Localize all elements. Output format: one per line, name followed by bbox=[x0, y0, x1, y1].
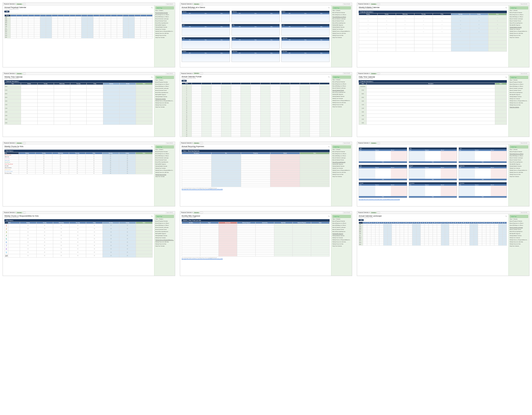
cell[interactable] bbox=[241, 112, 251, 114]
cell[interactable] bbox=[300, 160, 330, 162]
cell[interactable] bbox=[420, 235, 425, 237]
cell[interactable] bbox=[28, 37, 34, 38]
cell[interactable] bbox=[22, 35, 28, 37]
cell[interactable] bbox=[219, 249, 237, 251]
page-link[interactable]: Weekly Chores for Little Kids bbox=[510, 102, 528, 104]
cell[interactable] bbox=[231, 110, 241, 112]
section-chip[interactable]: Calendars bbox=[371, 3, 377, 5]
cell[interactable] bbox=[310, 97, 320, 99]
cell[interactable] bbox=[99, 20, 105, 22]
page-link[interactable]: Annual Calendar Portrait bbox=[510, 229, 528, 230]
cell[interactable] bbox=[64, 18, 70, 20]
cell[interactable] bbox=[10, 29, 16, 31]
page-link[interactable]: Weekly Editable Calendar bbox=[155, 235, 174, 237]
cell[interactable] bbox=[300, 165, 330, 167]
cell[interactable] bbox=[371, 240, 375, 242]
cell[interactable] bbox=[274, 249, 292, 251]
cell[interactable] bbox=[396, 227, 400, 229]
cell[interactable] bbox=[310, 99, 320, 101]
cell[interactable] bbox=[280, 123, 290, 125]
cell[interactable] bbox=[392, 242, 396, 244]
cell[interactable] bbox=[251, 105, 261, 106]
page-link[interactable]: Annual Calendar Landscape bbox=[510, 227, 528, 228]
cell[interactable] bbox=[420, 229, 425, 231]
cell[interactable] bbox=[416, 237, 420, 238]
cell[interactable] bbox=[211, 103, 221, 105]
month-tab[interactable] bbox=[66, 13, 78, 15]
cell[interactable] bbox=[64, 24, 70, 26]
cell[interactable] bbox=[231, 114, 241, 115]
page-link[interactable]: Weekly Chores for Little Kids bbox=[332, 172, 351, 173]
cell[interactable] bbox=[182, 229, 200, 231]
cell[interactable] bbox=[200, 246, 219, 247]
cell[interactable] bbox=[201, 112, 211, 114]
check-cell[interactable]: ☐ bbox=[119, 162, 135, 163]
cell[interactable] bbox=[111, 29, 117, 31]
cell[interactable] bbox=[22, 18, 28, 20]
section-chip[interactable]: Calendars bbox=[371, 212, 377, 213]
desc-cell[interactable] bbox=[367, 99, 495, 103]
cell[interactable] bbox=[486, 240, 490, 242]
cell[interactable] bbox=[375, 229, 379, 231]
cell[interactable] bbox=[21, 99, 37, 103]
cell[interactable] bbox=[52, 33, 58, 35]
cell[interactable] bbox=[87, 117, 103, 121]
section-chip[interactable]: Calendars bbox=[371, 73, 377, 74]
cell[interactable]: — bbox=[433, 19, 451, 23]
cell[interactable] bbox=[135, 31, 141, 33]
cell[interactable] bbox=[466, 233, 470, 235]
cell[interactable] bbox=[211, 158, 241, 160]
cell[interactable] bbox=[388, 226, 392, 227]
cell[interactable] bbox=[192, 103, 201, 105]
cell[interactable] bbox=[211, 108, 221, 110]
cell[interactable] bbox=[270, 156, 300, 158]
cell[interactable] bbox=[412, 227, 416, 229]
cell[interactable] bbox=[201, 85, 211, 86]
cell[interactable] bbox=[420, 237, 425, 238]
page-link[interactable]: Annual Recurring Expenses bbox=[332, 231, 351, 232]
cell[interactable] bbox=[251, 132, 261, 134]
cell[interactable] bbox=[300, 154, 330, 156]
check-cell[interactable]: ☐ bbox=[86, 254, 103, 258]
edit-icon[interactable]: ✎ bbox=[328, 76, 330, 78]
check-cell[interactable]: ☐ bbox=[102, 156, 119, 158]
cell[interactable] bbox=[105, 35, 111, 37]
section-chip[interactable]: Calendars bbox=[16, 142, 22, 144]
cell[interactable] bbox=[280, 95, 290, 97]
cell[interactable] bbox=[200, 251, 219, 253]
cell[interactable] bbox=[256, 253, 274, 255]
cell[interactable]: — bbox=[414, 15, 433, 19]
cell[interactable] bbox=[384, 227, 388, 229]
task-cell[interactable] bbox=[8, 244, 20, 247]
page-link[interactable]: Annual Birthdays at a Glance bbox=[510, 16, 528, 18]
cell[interactable]: — bbox=[451, 19, 470, 23]
cell[interactable] bbox=[237, 255, 256, 257]
cell[interactable] bbox=[311, 233, 330, 235]
cell[interactable] bbox=[111, 37, 117, 38]
cell[interactable]: — bbox=[359, 15, 377, 19]
cell[interactable] bbox=[231, 112, 241, 114]
cell[interactable] bbox=[103, 96, 119, 99]
cell[interactable] bbox=[146, 35, 152, 37]
cell[interactable] bbox=[28, 33, 34, 35]
page-link[interactable]: Weekly Time Calendar bbox=[155, 168, 174, 169]
cell[interactable] bbox=[311, 240, 330, 242]
cell[interactable] bbox=[311, 244, 330, 246]
cell[interactable] bbox=[16, 20, 22, 22]
section-title[interactable]: Perpetual Calendars ▾ bbox=[4, 212, 16, 213]
page-link[interactable]: Weekly Chores or Responsibilities for ..… bbox=[510, 170, 528, 171]
cell[interactable] bbox=[99, 26, 105, 27]
check-cell[interactable]: ☐ bbox=[69, 160, 85, 162]
page-link[interactable]: Annual Calendar Landscape bbox=[510, 157, 528, 159]
cell[interactable] bbox=[58, 20, 64, 22]
cell[interactable] bbox=[384, 231, 388, 233]
cell[interactable] bbox=[384, 242, 388, 244]
cell[interactable] bbox=[412, 240, 416, 242]
cell[interactable] bbox=[486, 235, 490, 237]
cell[interactable] bbox=[449, 240, 453, 242]
page-link[interactable]: Annual Calendar Landscape bbox=[510, 88, 528, 89]
page-link[interactable]: Annual Perpetual Calendar bbox=[155, 81, 174, 83]
check-cell[interactable]: ☐ bbox=[19, 158, 36, 160]
cell[interactable] bbox=[251, 121, 261, 123]
check-cell[interactable]: ☐ bbox=[20, 231, 37, 234]
